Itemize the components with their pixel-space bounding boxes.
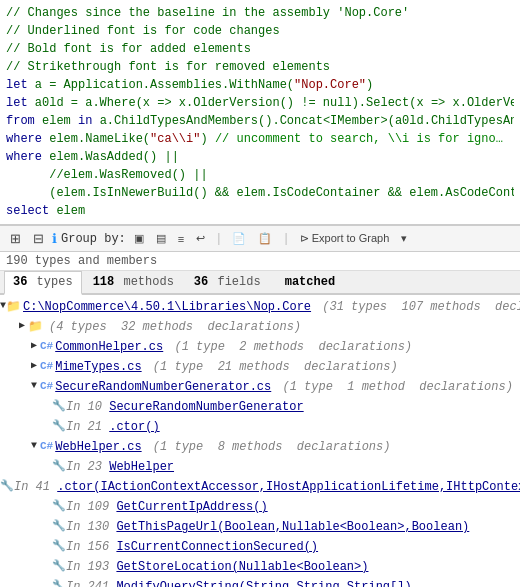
lineref-m1: In 10 xyxy=(66,398,109,416)
method-icon-1: 🔧 xyxy=(52,398,66,415)
lineref-m5: In 109 xyxy=(66,498,116,516)
label-m9: ModifyQueryString(String,String,String[]… xyxy=(116,578,411,587)
tree-row-m3[interactable]: 🔧 In 23 WebHelper xyxy=(0,457,520,477)
code-line-12: select elem xyxy=(6,202,514,220)
tab-matched[interactable]: matched xyxy=(272,271,344,293)
tab-methods-count: 118 xyxy=(93,275,115,289)
tree-row-cs3[interactable]: ▼ C# SecureRandomNumberGenerator.cs (1 t… xyxy=(0,377,520,397)
tree-row-m5[interactable]: 🔧 In 109 GetCurrentIpAddress() xyxy=(0,497,520,517)
collapse-all-button[interactable]: ⊟ xyxy=(29,229,48,248)
tab-types[interactable]: 36 types xyxy=(4,271,82,295)
code-line-9: where elem.WasAdded() || xyxy=(6,148,514,166)
arrow-grp1: ▶ xyxy=(16,318,28,333)
tree-row-grp1[interactable]: ▶ 📁 (4 types 32 methods declarations) xyxy=(0,317,520,337)
summary-text: 190 types and members xyxy=(6,254,157,268)
tree-row-m2[interactable]: 🔧 In 21 .ctor() xyxy=(0,417,520,437)
label-m5: GetCurrentIpAddress() xyxy=(116,498,267,516)
tree-row-m9[interactable]: 🔧 In 241 ModifyQueryString(String,String… xyxy=(0,577,520,587)
group-btn-1[interactable]: ▣ xyxy=(130,230,148,247)
arrow-cs4: ▼ xyxy=(28,438,40,453)
folder-icon-root1: 📁 xyxy=(6,298,21,316)
code-line-10: //elem.WasRemoved() || xyxy=(6,166,514,184)
tab-methods[interactable]: 118 methods xyxy=(84,271,183,293)
method-icon-4: 🔧 xyxy=(0,478,14,495)
meta-cs3: (1 type 1 method declarations) xyxy=(275,378,513,396)
tree-row-m8[interactable]: 🔧 In 193 GetStoreLocation(Nullable<Boole… xyxy=(0,557,520,577)
info-icon[interactable]: ℹ xyxy=(52,231,57,247)
method-icon-7: 🔧 xyxy=(52,538,66,555)
export-dropdown[interactable]: ▾ xyxy=(397,230,411,247)
method-icon-2: 🔧 xyxy=(52,418,66,435)
label-m3: WebHelper xyxy=(109,458,174,476)
tree-row-cs2[interactable]: ▶ C# MimeTypes.cs (1 type 21 methods dec… xyxy=(0,357,520,377)
tabs-bar: 36 types 118 methods 36 fields matched xyxy=(0,271,520,295)
method-icon-8: 🔧 xyxy=(52,558,66,575)
code-line-8: where elem.NameLike("ca\\i") // uncommen… xyxy=(6,130,514,148)
label-cs4: WebHelper.cs xyxy=(55,438,141,456)
tree-row-cs4[interactable]: ▼ C# WebHelper.cs (1 type 8 methods decl… xyxy=(0,437,520,457)
lineref-m9: In 241 xyxy=(66,578,116,587)
view-btn-1[interactable]: 📄 xyxy=(228,230,250,247)
method-icon-9: 🔧 xyxy=(52,578,66,587)
code-line-6: let a0ld = a.Where(x => x.OlderVersion()… xyxy=(6,94,514,112)
code-line-1: // Changes since the baseline in the ass… xyxy=(6,4,514,22)
meta-cs2: (1 type 21 methods declarations) xyxy=(146,358,398,376)
lineref-m2: In 21 xyxy=(66,418,109,436)
cs-icon-3: C# xyxy=(40,378,53,395)
expand-all-button[interactable]: ⊞ xyxy=(6,229,25,248)
tree-row-cs1[interactable]: ▶ C# CommonHelper.cs (1 type 2 methods d… xyxy=(0,337,520,357)
tree-row-m7[interactable]: 🔧 In 156 IsCurrentConnectionSecured() xyxy=(0,537,520,557)
tree-row-root1[interactable]: ▼ 📁 C:\NopCommerce\4.50.1\Libraries\Nop.… xyxy=(0,297,520,317)
group-btn-2[interactable]: ▤ xyxy=(152,230,170,247)
label-cs3: SecureRandomNumberGenerator.cs xyxy=(55,378,271,396)
lineref-m6: In 130 xyxy=(66,518,116,536)
label-root1: C:\NopCommerce\4.50.1\Libraries\Nop.Core xyxy=(23,298,311,316)
group-icon-2: ▤ xyxy=(156,232,166,244)
code-line-3: // Bold font is for added elements xyxy=(6,40,514,58)
label-m4: .ctor(IActionContextAccessor,IHostApplic… xyxy=(57,478,520,496)
group-btn-3[interactable]: ≡ xyxy=(174,231,188,247)
label-cs2: MimeTypes.cs xyxy=(55,358,141,376)
tree-row-m6[interactable]: 🔧 In 130 GetThisPageUrl(Boolean,Nullable… xyxy=(0,517,520,537)
tab-fields[interactable]: 36 fields xyxy=(185,271,270,293)
view-icon-2: 📋 xyxy=(258,232,272,244)
tab-matched-label: matched xyxy=(285,275,335,289)
group-icon-1: ▣ xyxy=(134,232,144,244)
label-cs1: CommonHelper.cs xyxy=(55,338,163,356)
tree-row-m4[interactable]: 🔧 In 41 .ctor(IActionContextAccessor,IHo… xyxy=(0,477,520,497)
code-panel: // Changes since the baseline in the ass… xyxy=(0,0,520,225)
tab-types-count: 36 xyxy=(13,275,27,289)
tree-row-m1[interactable]: 🔧 In 10 SecureRandomNumberGenerator xyxy=(0,397,520,417)
method-icon-6: 🔧 xyxy=(52,518,66,535)
back-icon: ↩ xyxy=(196,232,205,244)
label-m7: IsCurrentConnectionSecured() xyxy=(116,538,318,556)
tab-methods-label: methods xyxy=(123,275,173,289)
group-icon-3: ≡ xyxy=(178,233,184,245)
folder-icon-grp1: 📁 xyxy=(28,318,43,336)
export-button[interactable]: ⊳ Export to Graph xyxy=(296,230,394,247)
collapse-icon: ⊟ xyxy=(33,231,44,246)
code-line-2: // Underlined font is for code changes xyxy=(6,22,514,40)
cs-icon-1: C# xyxy=(40,338,53,355)
separator-1: | xyxy=(215,232,222,246)
meta-root1: (31 types 107 methods declarations) ypes… xyxy=(315,298,520,316)
tab-fields-label: fields xyxy=(217,275,260,289)
meta-cs4: (1 type 8 methods declarations) xyxy=(146,438,391,456)
label-m6: GetThisPageUrl(Boolean,Nullable<Boolean>… xyxy=(116,518,469,536)
view-btn-2[interactable]: 📋 xyxy=(254,230,276,247)
arrow-cs3: ▼ xyxy=(28,378,40,393)
method-icon-3: 🔧 xyxy=(52,458,66,475)
code-line-5: let a = Application.Assemblies.WithName(… xyxy=(6,76,514,94)
back-button[interactable]: ↩ xyxy=(192,230,209,247)
tab-types-label: types xyxy=(37,275,73,289)
cs-icon-4: C# xyxy=(40,438,53,455)
arrow-cs2: ▶ xyxy=(28,358,40,373)
lineref-m3: In 23 xyxy=(66,458,109,476)
toolbar: ⊞ ⊟ ℹ Group by: ▣ ▤ ≡ ↩ | 📄 📋 | ⊳ Export… xyxy=(0,225,520,252)
view-icon-1: 📄 xyxy=(232,232,246,244)
label-m8: GetStoreLocation(Nullable<Boolean>) xyxy=(116,558,368,576)
export-label: Export to Graph xyxy=(312,232,390,244)
label-m1: SecureRandomNumberGenerator xyxy=(109,398,303,416)
arrow-cs1: ▶ xyxy=(28,338,40,353)
lineref-m4: In 41 xyxy=(14,478,57,496)
